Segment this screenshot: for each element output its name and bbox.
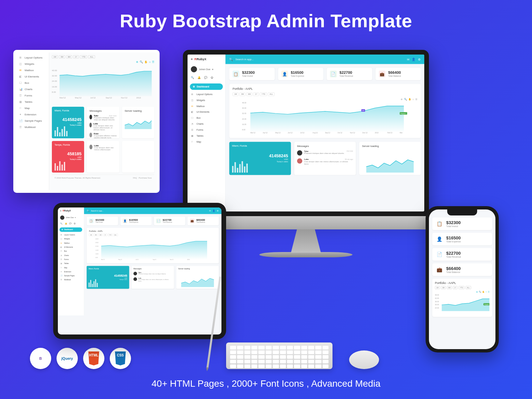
tool-icon[interactable]: ✋ — [144, 61, 148, 64]
nav-sample[interactable]: 📄Sample Pages — [16, 118, 49, 124]
nav-dashboard[interactable]: ⚙Dashboard — [190, 83, 223, 90]
tool-icon[interactable]: ⌂ — [413, 98, 414, 100]
portfolio-chart: Portfolio - AAPL 1M3M6M1YYTDALL ⊕🔍✋⌂☰ 48… — [432, 279, 492, 317]
search-icon[interactable]: 🔍 — [229, 58, 233, 61]
user-profile[interactable]: Johen Doe ▾ — [188, 64, 225, 75]
svg-text:48.00: 48.00 — [95, 238, 98, 240]
tech-badges: B jQuery HTML CSS — [30, 348, 131, 369]
css3-badge: CSS — [110, 348, 131, 369]
svg-text:May'12: May'12 — [275, 132, 281, 134]
tool-icon[interactable]: ⌂ — [149, 61, 151, 64]
svg-text:May'12: May'12 — [75, 96, 81, 99]
svg-text:42.00: 42.00 — [435, 298, 439, 299]
svg-text:Sep'12: Sep'12 — [325, 132, 331, 134]
portfolio-chart-box: Portfolio - AAPL 1M3M6M1YYTDALL ⊕🔍✋⌂☰ 48… — [229, 84, 421, 138]
gear-icon[interactable]: ⚙ — [418, 58, 421, 61]
bootstrap-badge: B — [30, 348, 51, 369]
nav-layout[interactable]: ⊞Layout Options — [16, 55, 49, 61]
hero-subtitle: 40+ HTML Pages , 2000+ Font Icons , Adva… — [0, 378, 532, 389]
svg-text:Dec'12: Dec'12 — [362, 132, 368, 134]
nav-mailbox[interactable]: ✉Mailbox — [188, 103, 225, 109]
nav-tables[interactable]: ▦Tables — [188, 133, 225, 139]
user-icon[interactable]: 👤 — [412, 58, 415, 61]
nav-map[interactable]: ⚐Map — [188, 139, 225, 145]
svg-text:Mar'12: Mar'12 — [101, 259, 104, 260]
stat-invest: 📋$32300Total Invest — [432, 217, 492, 230]
svg-text:Mar'12: Mar'12 — [60, 96, 66, 99]
svg-text:2013: 2013 — [375, 132, 378, 134]
messages-card: Messages Tyler Just nowPraesent tristiqu… — [294, 142, 356, 175]
topbar: 🔍 Search in app... ✉ 👤 ⚙ — [225, 55, 424, 64]
svg-text:48.00: 48.00 — [242, 102, 246, 104]
nav-widgets[interactable]: ◫Widgets — [188, 97, 225, 103]
svg-text:May'12: May'12 — [118, 259, 122, 260]
nav-box[interactable]: ☐Box — [188, 115, 225, 121]
tool-icon[interactable]: 🔍 — [140, 61, 143, 64]
nav-tables[interactable]: ▦Tables — [16, 99, 49, 105]
sidebar: ⊞Layout Options ◫Widgets ✉Mailbox ◧UI El… — [16, 53, 49, 190]
svg-text:Aug'12: Aug'12 — [313, 132, 318, 134]
svg-text:24.00: 24.00 — [52, 80, 57, 82]
svg-text:Mar'12: Mar'12 — [250, 132, 255, 134]
chart-range[interactable]: 1M3M6M1YYTDALL — [52, 55, 154, 59]
nav-map[interactable]: ⚐Map — [16, 105, 49, 111]
svg-text:Support: Support — [484, 304, 489, 305]
tool-icon[interactable]: ☰ — [152, 61, 154, 64]
svg-text:Jul'12: Jul'12 — [300, 132, 305, 134]
svg-text:Feb'13: Feb'13 — [387, 132, 392, 134]
svg-text:2013: 2013 — [187, 259, 190, 260]
power-icon[interactable]: ⏻ — [211, 76, 213, 79]
nav-forms[interactable]: ☲Forms — [16, 92, 49, 99]
search-icon[interactable]: 🔍 — [191, 76, 194, 79]
stat-expence: 👤$16500Total Expence — [278, 68, 324, 80]
nav-charts[interactable]: ◔Charts — [188, 121, 225, 127]
svg-text:Jun'12: Jun'12 — [288, 132, 293, 134]
phone-mockup: 📋$32300Total Invest 👤$16500Total Expence… — [426, 206, 499, 352]
portfolio-chart: 40.0032.0024.0016.008.00 Mar'12May'12Jul… — [52, 64, 154, 103]
nav-layout[interactable]: ⊞Layout Options — [188, 91, 225, 97]
svg-text:32.00: 32.00 — [52, 74, 57, 77]
nav-forms[interactable]: ☲Forms — [188, 127, 225, 133]
svg-text:48.00: 48.00 — [435, 294, 439, 296]
nav-mailbox[interactable]: ✉Mailbox — [16, 67, 49, 73]
range-buttons[interactable]: 1M3M6M1YYTDALL — [232, 92, 417, 96]
jquery-badge: jQuery — [57, 348, 78, 369]
stat-expence: 👤$16500Total Expence — [432, 233, 492, 245]
nav-ui[interactable]: ◧UI Elements — [16, 73, 49, 80]
svg-text:30.00: 30.00 — [435, 304, 439, 306]
stat-balance: 💼$66400Total Balance — [432, 263, 492, 276]
nav-extension[interactable]: ✦Extension — [16, 111, 49, 118]
svg-text:Jul'12: Jul'12 — [136, 259, 139, 260]
bell-icon[interactable]: 🔔 — [198, 76, 201, 79]
nav-box[interactable]: ☐Box — [16, 80, 49, 86]
messages-card: Messages Tyler Just nowPraesent tristiqu… — [87, 107, 119, 138]
svg-text:Nov'12: Nov'12 — [350, 132, 355, 134]
svg-text:16.00: 16.00 — [52, 85, 57, 88]
mail-icon[interactable]: ✉ — [407, 58, 410, 61]
tool-icon[interactable]: ⊕ — [401, 98, 403, 100]
nav-charts[interactable]: 📊Charts — [16, 86, 49, 92]
tool-icon[interactable]: 🔍 — [404, 98, 407, 100]
svg-text:2013: 2013 — [136, 96, 141, 99]
svg-text:40.00: 40.00 — [95, 242, 98, 243]
chat-icon[interactable]: 💬 — [204, 76, 207, 79]
nav-multilevel[interactable]: ☰Multilevel — [16, 124, 49, 130]
nav-widgets[interactable]: ◫Widgets — [16, 61, 49, 67]
search-input[interactable]: Search in app... — [235, 58, 404, 61]
tool-icon[interactable]: ⊕ — [136, 61, 138, 64]
svg-text:Support: Support — [401, 113, 406, 114]
svg-text:24.00: 24.00 — [435, 307, 439, 309]
svg-text:Nov'12: Nov'12 — [170, 259, 174, 260]
svg-text:16.00: 16.00 — [242, 123, 246, 125]
server-card: Server loading — [359, 142, 421, 175]
svg-text:40.00: 40.00 — [52, 69, 57, 71]
tool-icon[interactable]: ☰ — [415, 98, 417, 100]
tool-icon[interactable]: ✋ — [408, 98, 411, 100]
svg-text:Sep'12: Sep'12 — [153, 259, 156, 260]
brand: ≡ RRubyXRubyX — [188, 55, 225, 64]
svg-text:36.00: 36.00 — [435, 301, 439, 303]
nav-ui[interactable]: ◧UI Elements — [188, 109, 225, 115]
svg-text:8.00: 8.00 — [95, 257, 98, 258]
svg-text:580: 580 — [362, 110, 365, 111]
svg-text:Nov'12: Nov'12 — [121, 96, 128, 99]
